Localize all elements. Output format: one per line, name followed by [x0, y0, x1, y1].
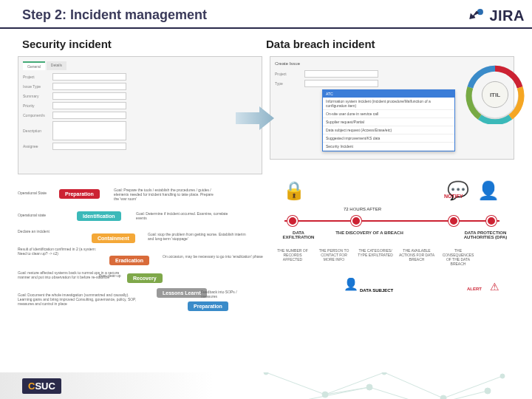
alert-icon: ⚠: [490, 281, 499, 293]
alert-label: ALERT: [467, 287, 482, 291]
form-field: [52, 112, 126, 119]
form-label: Project: [23, 75, 52, 79]
svg-point-19: [366, 384, 372, 390]
jira-text: JIRA: [489, 7, 525, 24]
step-identification: Identification: [77, 211, 121, 221]
svg-line-12: [325, 387, 369, 395]
incident-process-diagram: Operational State Preparation Goal: Prep…: [18, 185, 262, 310]
form-label: Issue Type: [23, 84, 52, 89]
person-icon: 👤: [477, 180, 499, 201]
timeline-label-data: DATA EXFILTRATION: [273, 231, 324, 239]
timeline-sub: THE PERSON TO CONTACT FOR MORE INFO: [316, 248, 352, 262]
form-field: [52, 73, 126, 81]
timeline-sub: THE AVAILABLE ACTIONS FOR DATA BREACH: [398, 248, 435, 262]
lock-icon: 🔒: [283, 180, 305, 201]
left-column: General Details Project Issue Type Summa…: [18, 56, 262, 310]
form-field: [52, 83, 126, 90]
network-decoration: [236, 372, 532, 399]
svg-point-13: [264, 372, 268, 375]
form-tab: General: [23, 61, 45, 70]
dropdown-item: Data subject request (Access/Erase/etc): [323, 126, 454, 134]
slide-header: Step 2: Incident management: [0, 0, 532, 27]
dropdown-item: Information system incident (incident pr…: [323, 98, 454, 110]
step-preparation-loop: Preparation: [188, 301, 228, 311]
notify-label: NOTIFY: [444, 194, 463, 199]
svg-line-10: [369, 387, 429, 399]
form-field: [52, 143, 126, 150]
process-side-label: Feedback into SOPs / measures: [201, 290, 245, 299]
form-label: Assignee: [23, 144, 52, 149]
left-column-title: Security incident: [22, 38, 266, 50]
svg-line-6: [325, 372, 384, 395]
svg-point-15: [382, 372, 386, 375]
form-field: [52, 92, 126, 100]
jira-icon: [467, 6, 486, 25]
security-form-screenshot: General Details Project Issue Type Summa…: [18, 56, 262, 174]
slide-footer: CSUC: [0, 372, 532, 399]
svg-marker-1: [236, 106, 274, 130]
form-label: Component/s: [23, 113, 52, 117]
timeline-label-discovery: THE DISCOVERY OF A BREACH: [329, 231, 410, 235]
timeline-node: [486, 216, 497, 226]
timeline-node: [351, 216, 361, 226]
timeline-72hours: 72 HOURS AFTER: [344, 207, 381, 211]
form-label: Priority: [23, 103, 52, 108]
process-side-label: Result of identification confirmed in 2 …: [18, 247, 99, 256]
timeline-line: [284, 220, 499, 222]
arrow-icon: [233, 103, 277, 133]
svg-point-17: [500, 374, 505, 378]
step-description: Goal: Determine if incident occurred. Ex…: [136, 211, 239, 220]
step-eradication: Eradication: [109, 256, 149, 265]
step-description: Goal: Prepare the tools / establish the …: [114, 188, 217, 201]
step-description: On occasion, may be necessary to go into…: [163, 254, 266, 259]
person-icon: 👤: [344, 277, 358, 291]
svg-text:ITIL: ITIL: [490, 92, 500, 98]
column-titles: Security incident Data breach incident: [0, 29, 532, 56]
right-column-title: Data breach incident: [266, 38, 510, 50]
svg-point-14: [322, 392, 328, 398]
svg-point-21: [485, 388, 491, 394]
issue-type-dropdown: ATC Information system incident (inciden…: [322, 89, 455, 151]
dropdown-selected: ATC: [323, 90, 454, 98]
step-containment: Containment: [92, 233, 135, 243]
slide-title: Step 2: Incident management: [22, 7, 510, 23]
dropdown-item: On-site user done in service call: [323, 110, 454, 118]
timeline-node: [287, 216, 298, 226]
dropdown-item: Suggested improvement/KS data: [323, 134, 454, 143]
form-field: [52, 102, 126, 109]
process-side-label: Post clear-up: [99, 273, 202, 278]
svg-line-11: [429, 391, 488, 399]
timeline-sub: THE NUMBER OF RECORDS AFFECTED: [274, 248, 311, 262]
timeline-label-dpa: DATA PROTECTION AUTHORITIES (DPA): [460, 231, 511, 239]
form-label: Description: [23, 129, 52, 133]
form-field: [304, 70, 378, 78]
step-preparation: Preparation: [59, 189, 100, 199]
timeline-sub: THE CATEGORIES/ TYPE EXFILTRATED: [357, 248, 394, 257]
form-tab: Details: [47, 61, 66, 70]
form-label: Summary: [23, 94, 52, 98]
svg-point-0: [477, 9, 483, 15]
breach-timeline-diagram: 🔒 💬 👤 NOTIFY 72 HOURS AFTER DATA EXFILTR…: [270, 174, 514, 293]
form-field: [52, 121, 126, 140]
step-lessons: Lessons Learnt: [157, 288, 207, 298]
form-field: [304, 80, 378, 87]
timeline-node: [449, 216, 459, 226]
timeline-sub: THE CONSEQUENCES OF THE DATA BREACH: [440, 248, 477, 266]
jira-logo: JIRA: [467, 6, 525, 25]
dropdown-item: Supplier request/Partial: [323, 118, 454, 126]
dropdown-item: Security Incident: [323, 143, 454, 151]
itil-wheel: ITIL: [466, 65, 525, 124]
svg-point-16: [440, 395, 446, 399]
step-description: Goal: Document the whole investigation (…: [18, 293, 143, 306]
step-description: Goal: stop the problem from getting wors…: [148, 232, 251, 241]
csuc-logo: CSUC: [22, 378, 61, 394]
data-subject-label: DATA SUBJECT: [360, 288, 393, 293]
svg-line-5: [266, 372, 325, 395]
